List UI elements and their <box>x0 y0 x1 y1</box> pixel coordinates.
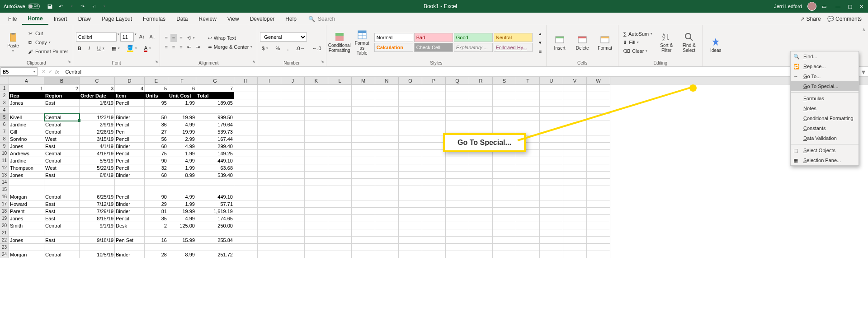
cell[interactable] <box>258 164 281 172</box>
cell[interactable] <box>446 200 469 208</box>
cell[interactable]: 4.99 <box>168 121 196 128</box>
cell[interactable] <box>281 222 305 229</box>
cell[interactable] <box>352 92 375 99</box>
cell[interactable] <box>44 179 80 186</box>
cell[interactable] <box>234 200 258 208</box>
cell[interactable] <box>422 92 446 99</box>
row-header[interactable]: 23 <box>0 244 9 251</box>
cell[interactable] <box>587 193 610 200</box>
cell[interactable] <box>305 114 328 121</box>
cell[interactable] <box>540 193 563 200</box>
style-normal[interactable]: Normal <box>374 33 413 42</box>
styles-scroll-down-icon[interactable]: ▾ <box>537 38 543 47</box>
find-menu-item-go-to[interactable]: →Go To... <box>791 71 859 81</box>
align-left-icon[interactable]: ≡ <box>163 43 169 51</box>
cell[interactable] <box>9 179 44 186</box>
cell[interactable] <box>375 200 399 208</box>
find-menu-item-selection-pane[interactable]: ▦Selection Pane... <box>791 155 859 165</box>
cell[interactable] <box>328 244 352 251</box>
row-header[interactable]: 12 <box>0 164 9 172</box>
align-bottom-icon[interactable]: ≡ <box>178 34 184 42</box>
cell[interactable] <box>563 99 587 107</box>
align-right-icon[interactable]: ≡ <box>178 43 184 51</box>
cell[interactable] <box>446 229 469 237</box>
cell[interactable] <box>375 179 399 186</box>
cell[interactable] <box>422 114 446 121</box>
column-header[interactable]: B <box>44 77 80 85</box>
cell[interactable] <box>281 128 305 135</box>
dialog-launcher-icon[interactable]: ⬊ <box>67 60 72 64</box>
cell[interactable] <box>234 107 258 114</box>
cell[interactable] <box>563 150 587 157</box>
cell[interactable] <box>563 251 587 258</box>
cell[interactable] <box>352 128 375 135</box>
cell[interactable] <box>258 222 281 229</box>
column-header[interactable]: V <box>563 77 587 85</box>
cell[interactable] <box>587 244 610 251</box>
cell[interactable]: Central <box>44 222 80 229</box>
cell[interactable]: Thompson <box>9 164 44 172</box>
qat-customize[interactable]: ▾ <box>101 3 108 9</box>
cell[interactable] <box>352 85 375 92</box>
cell[interactable] <box>375 92 399 99</box>
cell[interactable] <box>540 164 563 172</box>
cell[interactable] <box>446 193 469 200</box>
row-header[interactable]: 17 <box>0 200 9 208</box>
find-select-button[interactable]: Find & Select <box>679 31 699 54</box>
cell[interactable] <box>469 251 493 258</box>
increase-font-icon[interactable]: A↑ <box>137 33 147 41</box>
fill-button[interactable]: ⬇ Fill ▾ <box>621 38 654 47</box>
cell[interactable]: Central <box>44 251 80 258</box>
cell[interactable] <box>422 99 446 107</box>
cell[interactable]: Howard <box>9 200 44 208</box>
cell[interactable] <box>587 172 610 179</box>
cell[interactable] <box>234 208 258 215</box>
column-header[interactable]: H <box>234 77 258 85</box>
font-color-button[interactable]: A ▾ <box>142 44 153 52</box>
find-menu-item-select-objects[interactable]: ⬚Select Objects <box>791 145 859 155</box>
cell[interactable] <box>281 85 305 92</box>
cell[interactable]: 60 <box>145 143 168 150</box>
cell[interactable]: 5 <box>145 85 168 92</box>
cell[interactable] <box>493 99 516 107</box>
cell[interactable] <box>540 215 563 222</box>
cell[interactable] <box>305 208 328 215</box>
cell[interactable] <box>587 157 610 164</box>
cell[interactable]: Central <box>44 114 80 121</box>
cell[interactable] <box>305 186 328 193</box>
cell[interactable]: 8.99 <box>168 172 196 179</box>
cell[interactable] <box>516 215 540 222</box>
cell[interactable] <box>493 107 516 114</box>
dialog-launcher-icon[interactable]: ⬊ <box>251 60 256 64</box>
cell[interactable] <box>281 164 305 172</box>
cell[interactable]: East <box>44 237 80 244</box>
cell[interactable] <box>422 135 446 143</box>
cell[interactable] <box>196 229 234 237</box>
cell[interactable] <box>352 172 375 179</box>
tab-draw[interactable]: Draw <box>73 13 96 25</box>
cell[interactable]: Binder <box>115 251 145 258</box>
cell[interactable] <box>422 229 446 237</box>
cell[interactable] <box>258 99 281 107</box>
cell[interactable]: Pencil <box>115 215 145 222</box>
cell[interactable] <box>234 186 258 193</box>
cell[interactable] <box>563 92 587 99</box>
row-header[interactable]: 13 <box>0 172 9 179</box>
tab-help[interactable]: Help <box>280 13 302 25</box>
row-header[interactable]: 20 <box>0 222 9 229</box>
cell[interactable] <box>145 186 168 193</box>
tab-insert[interactable]: Insert <box>48 13 73 25</box>
cell[interactable]: West <box>44 164 80 172</box>
cell[interactable] <box>305 107 328 114</box>
cell[interactable] <box>234 150 258 157</box>
collapse-ribbon-icon[interactable]: ∧ <box>859 25 868 66</box>
cell[interactable] <box>493 251 516 258</box>
cell[interactable] <box>422 237 446 244</box>
cell[interactable] <box>563 222 587 229</box>
close-icon[interactable]: ✕ <box>859 4 863 9</box>
cell[interactable] <box>516 157 540 164</box>
cell[interactable]: 6 <box>168 85 196 92</box>
cell[interactable]: East <box>44 143 80 150</box>
delete-cells-button[interactable]: Delete <box>572 34 593 51</box>
cell[interactable]: 4.99 <box>168 215 196 222</box>
